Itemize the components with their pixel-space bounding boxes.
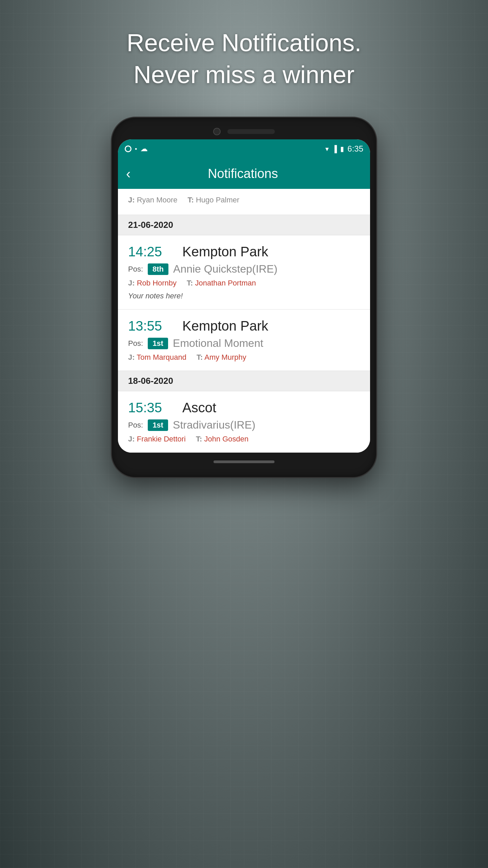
home-indicator	[214, 460, 274, 463]
status-bar: ▪ ☁ ▾ ▐ ▮ 6:35	[118, 139, 370, 158]
jockey-1: J: Rob Hornby	[128, 279, 177, 288]
pos-badge-3: 1st	[148, 419, 168, 431]
date-separator-2: 18-06-2020	[118, 371, 370, 391]
item-time-1: 14:25	[128, 244, 176, 259]
item-venue-2: Kempton Park	[182, 318, 360, 334]
partial-jockey-label: J: Ryan Moore	[128, 196, 178, 204]
jockey-2: J: Tom Marquand	[128, 353, 186, 362]
jt-row-2: J: Tom Marquand T: Amy Murphy	[128, 353, 360, 362]
status-time: 6:35	[347, 144, 363, 154]
item-pos-row-1: Pos: 8th Annie Quickstep(IRE)	[128, 263, 360, 275]
horse-name-1: Annie Quickstep(IRE)	[173, 263, 278, 275]
item-top-row-1: 14:25 Kempton Park	[128, 244, 360, 259]
trainer-1: T: Jonathan Portman	[187, 279, 256, 288]
jt-row-1: J: Rob Hornby T: Jonathan Portman	[128, 279, 360, 288]
horse-name-3: Stradivarius(IRE)	[173, 419, 256, 431]
notification-circle-icon	[125, 145, 131, 152]
item-time-2: 13:55	[128, 318, 176, 334]
notification-item-2[interactable]: 13:55 Kempton Park Pos: 1st Emotional Mo…	[118, 310, 370, 371]
phone-frame: ▪ ☁ ▾ ▐ ▮ 6:35 ‹ Notifications	[112, 118, 376, 477]
pos-badge-1: 8th	[148, 263, 168, 275]
hero-text: Receive Notifications. Never miss a winn…	[106, 27, 382, 91]
back-button[interactable]: ‹	[126, 166, 130, 181]
speaker	[227, 129, 275, 134]
sd-card-icon: ▪	[135, 145, 137, 153]
camera	[213, 128, 221, 135]
wifi-icon: ▾	[325, 145, 329, 153]
trainer-3: T: John Gosden	[196, 435, 248, 443]
status-left: ▪ ☁	[125, 144, 148, 153]
signal-icon: ▐	[332, 145, 337, 153]
item-pos-row-3: Pos: 1st Stradivarius(IRE)	[128, 419, 360, 431]
item-pos-row-2: Pos: 1st Emotional Moment	[128, 337, 360, 350]
notification-item-1[interactable]: 14:25 Kempton Park Pos: 8th Annie Quicks…	[118, 235, 370, 310]
pos-label-1: Pos:	[128, 265, 143, 274]
cloud-icon: ☁	[140, 144, 148, 153]
page-wrapper: Receive Notifications. Never miss a winn…	[0, 0, 488, 868]
jt-row-3: J: Frankie Dettori T: John Gosden	[128, 435, 360, 443]
item-top-row-2: 13:55 Kempton Park	[128, 318, 360, 334]
phone-bottom	[118, 457, 370, 467]
hero-line2: Never miss a winner	[134, 61, 354, 88]
partial-trainer-label: T: Hugo Palmer	[188, 196, 240, 204]
status-right: ▾ ▐ ▮ 6:35	[325, 144, 363, 154]
partial-notification-item: J: Ryan Moore T: Hugo Palmer	[118, 189, 370, 215]
item-top-row-3: 15:35 Ascot	[128, 400, 360, 415]
jockey-3: J: Frankie Dettori	[128, 435, 186, 443]
app-bar: ‹ Notifications	[118, 158, 370, 189]
date-separator-1: 21-06-2020	[118, 215, 370, 235]
pos-label-2: Pos:	[128, 339, 143, 348]
notes-1: Your notes here!	[128, 292, 360, 300]
app-bar-title: Notifications	[137, 166, 348, 181]
phone-screen: ▪ ☁ ▾ ▐ ▮ 6:35 ‹ Notifications	[118, 139, 370, 453]
hero-line1: Receive Notifications.	[127, 29, 361, 56]
item-venue-1: Kempton Park	[182, 244, 360, 259]
item-venue-3: Ascot	[182, 400, 360, 415]
phone-top-bar	[118, 128, 370, 135]
pos-label-3: Pos:	[128, 421, 143, 430]
pos-badge-2: 1st	[148, 338, 168, 349]
battery-icon: ▮	[340, 145, 344, 153]
notification-item-3[interactable]: 15:35 Ascot Pos: 1st Stradivarius(IRE) J…	[118, 391, 370, 453]
partial-jt-row: J: Ryan Moore T: Hugo Palmer	[128, 196, 360, 204]
item-time-3: 15:35	[128, 400, 176, 415]
horse-name-2: Emotional Moment	[173, 337, 263, 350]
trainer-2: T: Amy Murphy	[197, 353, 246, 362]
